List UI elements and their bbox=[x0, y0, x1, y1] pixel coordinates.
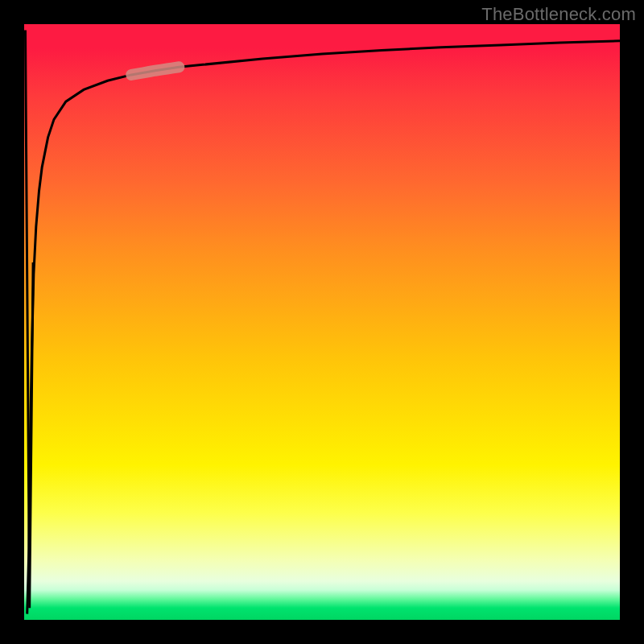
frame-right bbox=[620, 0, 644, 644]
watermark-text: TheBottleneck.com bbox=[481, 4, 636, 25]
curve-layer bbox=[24, 24, 620, 620]
frame-left bbox=[0, 0, 24, 644]
highlight-segment bbox=[131, 67, 179, 75]
frame-bottom bbox=[0, 620, 644, 644]
bottleneck-curve bbox=[27, 41, 620, 614]
chart-container: TheBottleneck.com bbox=[0, 0, 644, 644]
